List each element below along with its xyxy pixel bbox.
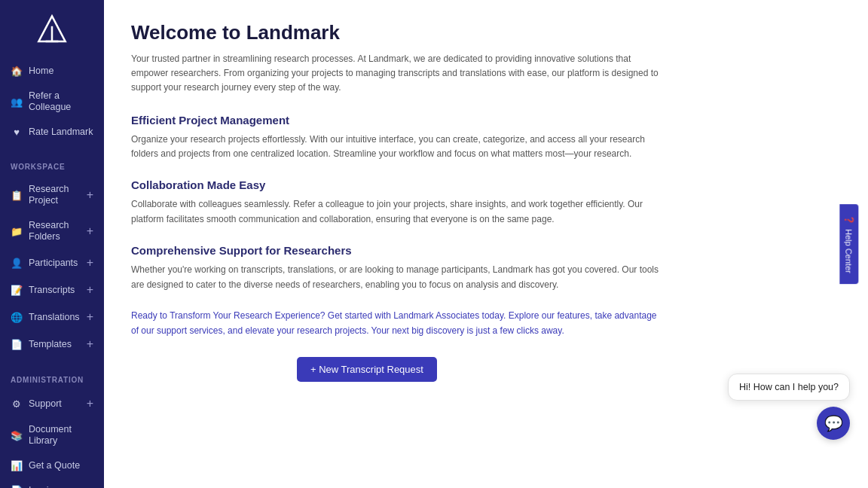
section-body-support: Whether you're working on transcripts, t… xyxy=(131,263,665,293)
admin-label: ADMINISTRATION xyxy=(0,370,104,387)
section-heading-support: Comprehensive Support for Researchers xyxy=(131,244,665,257)
sidebar-item-invoices[interactable]: 📄 Invoices xyxy=(0,478,104,488)
get-a-quote-icon: 📊 xyxy=(11,460,23,471)
sidebar-item-document-library[interactable]: 📚 Document Library xyxy=(0,417,104,453)
cta-text: Ready to Transform Your Research Experie… xyxy=(131,309,665,339)
sidebar-item-refer[interactable]: 👥 Refer a Colleague xyxy=(0,84,104,120)
sidebar-item-transcripts[interactable]: 📝 Transcripts + xyxy=(0,276,104,303)
sidebar-item-get-a-quote[interactable]: 📊 Get a Quote xyxy=(0,453,104,478)
section-heading-collab: Collaboration Made Easy xyxy=(131,178,665,191)
participants-icon: 👤 xyxy=(11,258,23,269)
workspace-label: WORKSPACE xyxy=(0,157,104,174)
main-content-area: ❓ Help Center Welcome to Landmark Your t… xyxy=(104,0,868,488)
document-library-icon: 📚 xyxy=(11,430,23,441)
sidebar-workspace-nav: 📋 Research Project + 📁 Research Folders … xyxy=(0,174,104,361)
help-center-tab[interactable]: ❓ Help Center xyxy=(840,204,859,284)
translations-icon: 🌐 xyxy=(11,312,23,323)
support-plus[interactable]: + xyxy=(87,397,93,410)
chat-icon: 💬 xyxy=(824,414,843,432)
support-icon: ⚙ xyxy=(11,398,23,410)
sidebar-logo xyxy=(0,0,104,56)
research-project-plus[interactable]: + xyxy=(87,188,93,202)
rate-icon: ♥ xyxy=(11,127,23,138)
page-subtitle: Your trusted partner in streamlining res… xyxy=(131,52,665,96)
sidebar-top-nav: 🏠 Home 👥 Refer a Colleague ♥ Rate Landma… xyxy=(0,56,104,148)
sidebar-item-templates[interactable]: 📄 Templates + xyxy=(0,331,104,358)
sidebar: 🏠 Home 👥 Refer a Colleague ♥ Rate Landma… xyxy=(0,0,104,488)
sidebar-item-translations[interactable]: 🌐 Translations + xyxy=(0,303,104,331)
chat-open-button[interactable]: 💬 xyxy=(817,407,850,440)
templates-plus[interactable]: + xyxy=(87,337,93,351)
sidebar-item-rate[interactable]: ♥ Rate Landmark xyxy=(0,120,104,145)
sidebar-item-home[interactable]: 🏠 Home xyxy=(0,59,104,84)
research-folders-plus[interactable]: + xyxy=(87,224,93,238)
transcripts-icon: 📝 xyxy=(11,285,23,296)
participants-plus[interactable]: + xyxy=(87,256,93,270)
page-title: Welcome to Landmark xyxy=(131,21,665,44)
refer-icon: 👥 xyxy=(11,96,23,108)
translations-plus[interactable]: + xyxy=(87,310,93,324)
chat-message: Hi! How can I help you? xyxy=(728,374,850,401)
research-folders-icon: 📁 xyxy=(11,226,23,237)
chat-widget: Hi! How can I help you? 💬 xyxy=(728,374,850,440)
sidebar-item-participants[interactable]: 👤 Participants + xyxy=(0,249,104,276)
sidebar-item-research-project[interactable]: 📋 Research Project + xyxy=(0,177,104,213)
home-icon: 🏠 xyxy=(11,66,23,77)
app-wrapper: 🏠 Home 👥 Refer a Colleague ♥ Rate Landma… xyxy=(0,0,868,488)
help-center-icon: ❓ xyxy=(845,215,854,225)
new-transcript-request-button[interactable]: + New Transcript Request xyxy=(297,357,437,382)
section-heading-pm: Efficient Project Management xyxy=(131,114,665,127)
sidebar-item-support[interactable]: ⚙ Support + xyxy=(0,390,104,417)
research-project-icon: 📋 xyxy=(11,190,23,201)
transcripts-plus[interactable]: + xyxy=(87,283,93,297)
sidebar-admin-nav: ⚙ Support + 📚 Document Library 📊 Get a Q… xyxy=(0,387,104,488)
sidebar-item-research-folders[interactable]: 📁 Research Folders + xyxy=(0,213,104,249)
section-body-collab: Collaborate with colleagues seamlessly. … xyxy=(131,197,665,227)
section-body-pm: Organize your research projects effortle… xyxy=(131,133,665,163)
main-content: Welcome to Landmark Your trusted partner… xyxy=(104,0,692,412)
templates-icon: 📄 xyxy=(11,339,23,350)
invoices-icon: 📄 xyxy=(11,485,23,488)
